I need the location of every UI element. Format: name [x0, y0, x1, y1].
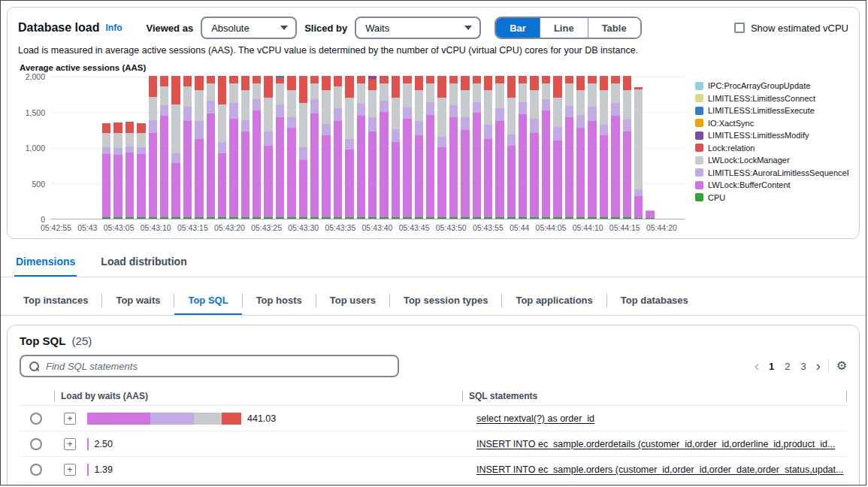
- subtab-top-instances[interactable]: Top instances: [10, 289, 101, 315]
- chart-bar: [437, 76, 446, 219]
- load-chart: Average active sessions (AAS) 2,0001,500…: [18, 63, 848, 232]
- bar-segment: [473, 76, 481, 83]
- bar-segment: [623, 90, 631, 119]
- sliced-by-select[interactable]: Waits: [355, 17, 481, 39]
- bar-segment: [426, 83, 434, 103]
- x-tick-label: 05:44: [510, 223, 529, 232]
- bar-segment: [218, 76, 226, 104]
- bar-segment: [519, 83, 527, 103]
- subtab-top-waits[interactable]: Top waits: [102, 289, 174, 315]
- load-bar-segment: [87, 438, 89, 450]
- line-view-button[interactable]: Line: [540, 18, 588, 38]
- bar-segment: [345, 139, 353, 150]
- tab-dimensions[interactable]: Dimensions: [14, 251, 77, 277]
- chart-bar: [380, 76, 388, 219]
- bar-segment: [426, 217, 434, 219]
- chart-bar: [646, 210, 654, 219]
- table-row: +1.39INSERT INTO ec_sample.orders (custo…: [20, 457, 847, 482]
- table-view-button[interactable]: Table: [588, 18, 640, 38]
- subtab-top-applications[interactable]: Top applications: [502, 289, 606, 315]
- expand-button[interactable]: +: [64, 464, 76, 476]
- bar-segment: [634, 196, 643, 218]
- bar-segment: [634, 189, 643, 197]
- search-icon: [29, 361, 40, 372]
- pagination-page-3[interactable]: 3: [798, 359, 808, 374]
- bar-segment: [600, 135, 608, 217]
- bar-segment: [576, 217, 585, 219]
- search-input[interactable]: [46, 361, 390, 372]
- bar-view-button[interactable]: Bar: [496, 18, 540, 38]
- load-bar-segment: [150, 413, 194, 425]
- subtab-top-users[interactable]: Top users: [316, 289, 389, 315]
- expand-button[interactable]: +: [64, 413, 76, 425]
- subtab-top-hosts[interactable]: Top hosts: [243, 289, 316, 315]
- pagination-page-2[interactable]: 2: [782, 359, 792, 374]
- show-vcpu-control[interactable]: Show estimated vCPU: [734, 23, 848, 34]
- sql-statement-link[interactable]: select nextval(?) as order_id: [476, 413, 847, 424]
- info-link[interactable]: Info: [105, 23, 122, 33]
- tab-load-distribution[interactable]: Load distribution: [99, 251, 188, 277]
- bar-segment: [253, 83, 261, 100]
- bar-segment: [461, 90, 469, 117]
- legend-swatch: [695, 82, 703, 90]
- chart-bar: [392, 76, 400, 219]
- subtab-top-databases[interactable]: Top databases: [607, 289, 702, 315]
- bar-segment: [171, 104, 180, 153]
- bar-segment: [403, 119, 411, 217]
- bar-segment: [137, 147, 145, 154]
- bar-segment: [542, 99, 550, 110]
- bar-segment: [495, 121, 504, 217]
- bar-segment: [519, 217, 527, 219]
- radio-button[interactable]: [30, 464, 42, 476]
- sql-statement-link[interactable]: INSERT INTO ec_sample.orders (customer_i…: [476, 464, 847, 475]
- bar-segment: [345, 217, 353, 219]
- pagination-prev-icon[interactable]: ‹: [755, 359, 759, 373]
- column-header-load: Load by waits (AAS): [55, 391, 462, 401]
- bar-segment: [392, 129, 400, 142]
- sql-cell: select nextval(?) as order_id: [470, 413, 847, 424]
- chart-bar: [461, 76, 469, 219]
- sql-statement-link[interactable]: INSERT INTO ec_sample.orderdetails (cust…: [476, 439, 847, 449]
- subtab-top-session-types[interactable]: Top session types: [390, 289, 501, 315]
- chart-bar: [264, 76, 272, 219]
- radio-cell: [20, 438, 53, 450]
- page-title: Database load: [18, 21, 99, 35]
- legend-label: LWLock:BufferContent: [708, 180, 791, 189]
- bar-segment: [218, 217, 226, 219]
- bar-segment: [611, 116, 619, 217]
- y-tick-label: 1,000: [26, 144, 45, 153]
- bar-segment: [495, 83, 504, 108]
- bar-segment: [473, 113, 481, 217]
- expand-button[interactable]: +: [64, 438, 76, 450]
- y-tick-label: 2,000: [26, 72, 45, 81]
- chart-bar: [507, 76, 516, 219]
- bar-segment: [392, 142, 400, 217]
- bar-segment: [195, 90, 203, 121]
- sql-search[interactable]: [20, 355, 399, 377]
- bar-segment: [542, 110, 550, 218]
- pagination-next-icon[interactable]: ›: [816, 359, 821, 373]
- x-tick-label: 05:43: [77, 223, 97, 232]
- column-header-sql: SQL statements: [463, 391, 846, 401]
- bar-segment: [403, 107, 411, 119]
- settings-gear-icon[interactable]: ⚙: [836, 360, 847, 372]
- legend-swatch: [695, 107, 703, 115]
- bar-segment: [415, 217, 423, 219]
- bar-segment: [449, 217, 458, 219]
- x-tick-label: 05:43:25: [251, 223, 282, 232]
- bar-segment: [322, 124, 330, 135]
- viewed-as-select[interactable]: Absolute: [201, 17, 297, 39]
- radio-button[interactable]: [30, 438, 42, 450]
- legend-swatch: [695, 119, 703, 127]
- bar-segment: [149, 133, 157, 217]
- show-vcpu-checkbox[interactable]: [734, 23, 745, 33]
- table-body: +441.03select nextval(?) as order_id+2.5…: [20, 406, 847, 485]
- radio-button[interactable]: [30, 413, 42, 425]
- bar-segment: [264, 98, 272, 132]
- legend-item: LWLock:LockManager: [695, 156, 848, 165]
- chart-area: Average active sessions (AAS) 2,0001,500…: [18, 63, 685, 232]
- bar-segment: [634, 218, 643, 219]
- subtab-top-sql[interactable]: Top SQL: [174, 289, 241, 315]
- pagination-page-1[interactable]: 1: [767, 359, 776, 374]
- bar-segment: [507, 98, 516, 135]
